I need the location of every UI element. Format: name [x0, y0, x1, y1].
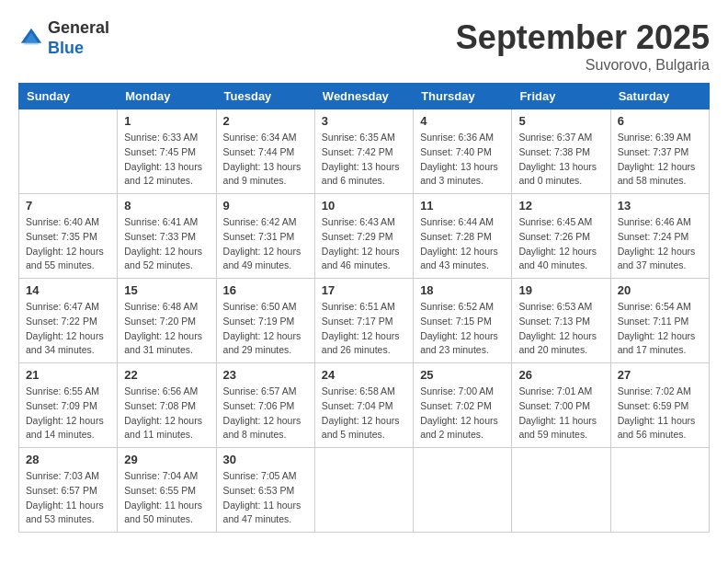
day-number: 5: [518, 114, 603, 128]
calendar-cell: 11Sunrise: 6:44 AMSunset: 7:28 PMDayligh…: [414, 194, 512, 279]
calendar-cell: 19Sunrise: 6:53 AMSunset: 7:13 PMDayligh…: [512, 279, 610, 363]
day-info: Sunrise: 6:36 AMSunset: 7:40 PMDaylight:…: [420, 131, 505, 189]
calendar-cell: 29Sunrise: 7:04 AMSunset: 6:55 PMDayligh…: [118, 448, 216, 533]
calendar-cell: 10Sunrise: 6:43 AMSunset: 7:29 PMDayligh…: [314, 194, 413, 279]
day-info: Sunrise: 6:53 AMSunset: 7:13 PMDaylight:…: [518, 300, 603, 358]
day-info: Sunrise: 7:02 AMSunset: 6:59 PMDaylight:…: [618, 385, 702, 442]
calendar-cell: 4Sunrise: 6:36 AMSunset: 7:40 PMDaylight…: [414, 109, 512, 194]
calendar-cell: 1Sunrise: 6:33 AMSunset: 7:45 PMDaylight…: [118, 109, 216, 194]
calendar-cell: [314, 448, 413, 533]
month-title: September 2025: [456, 18, 710, 57]
day-number: 23: [223, 368, 308, 382]
day-number: 25: [420, 368, 505, 382]
day-info: Sunrise: 6:52 AMSunset: 7:15 PMDaylight:…: [420, 300, 505, 358]
calendar-cell: [610, 448, 709, 533]
day-number: 9: [223, 199, 308, 213]
day-info: Sunrise: 7:03 AMSunset: 6:57 PMDaylight:…: [26, 469, 110, 527]
calendar-cell: 18Sunrise: 6:52 AMSunset: 7:15 PMDayligh…: [414, 279, 512, 363]
day-number: 11: [420, 199, 505, 213]
day-number: 12: [518, 199, 603, 213]
calendar-cell: 12Sunrise: 6:45 AMSunset: 7:26 PMDayligh…: [512, 194, 610, 279]
weekday-header-row: SundayMondayTuesdayWednesdayThursdayFrid…: [19, 84, 710, 109]
day-info: Sunrise: 6:34 AMSunset: 7:44 PMDaylight:…: [223, 131, 308, 189]
calendar-cell: 2Sunrise: 6:34 AMSunset: 7:44 PMDaylight…: [216, 109, 314, 194]
weekday-header-sunday: Sunday: [19, 84, 118, 109]
calendar-cell: 14Sunrise: 6:47 AMSunset: 7:22 PMDayligh…: [19, 279, 118, 363]
weekday-header-tuesday: Tuesday: [216, 84, 314, 109]
day-info: Sunrise: 6:50 AMSunset: 7:19 PMDaylight:…: [223, 300, 308, 358]
calendar-cell: 7Sunrise: 6:40 AMSunset: 7:35 PMDaylight…: [19, 194, 118, 279]
day-info: Sunrise: 6:48 AMSunset: 7:20 PMDaylight:…: [124, 300, 209, 358]
day-number: 17: [322, 283, 406, 297]
calendar-cell: 13Sunrise: 6:46 AMSunset: 7:24 PMDayligh…: [610, 194, 709, 279]
page-header: General Blue September 2025 Suvorovo, Bu…: [18, 18, 710, 74]
calendar-cell: 25Sunrise: 7:00 AMSunset: 7:02 PMDayligh…: [414, 363, 512, 448]
calendar-cell: 26Sunrise: 7:01 AMSunset: 7:00 PMDayligh…: [512, 363, 610, 448]
logo: General Blue: [18, 18, 109, 58]
week-row-4: 28Sunrise: 7:03 AMSunset: 6:57 PMDayligh…: [19, 448, 710, 533]
day-info: Sunrise: 6:58 AMSunset: 7:04 PMDaylight:…: [322, 385, 406, 442]
day-info: Sunrise: 6:46 AMSunset: 7:24 PMDaylight:…: [618, 215, 702, 273]
day-number: 27: [618, 368, 702, 382]
calendar-cell: 9Sunrise: 6:42 AMSunset: 7:31 PMDaylight…: [216, 194, 314, 279]
calendar-cell: 28Sunrise: 7:03 AMSunset: 6:57 PMDayligh…: [19, 448, 118, 533]
calendar-cell: 8Sunrise: 6:41 AMSunset: 7:33 PMDaylight…: [118, 194, 216, 279]
calendar-cell: 5Sunrise: 6:37 AMSunset: 7:38 PMDaylight…: [512, 109, 610, 194]
day-info: Sunrise: 6:40 AMSunset: 7:35 PMDaylight:…: [26, 215, 110, 273]
day-number: 8: [124, 199, 209, 213]
calendar-cell: 22Sunrise: 6:56 AMSunset: 7:08 PMDayligh…: [118, 363, 216, 448]
day-number: 28: [26, 453, 110, 466]
day-number: 13: [618, 199, 702, 213]
day-number: 24: [322, 368, 406, 382]
calendar-cell: 17Sunrise: 6:51 AMSunset: 7:17 PMDayligh…: [314, 279, 413, 363]
day-info: Sunrise: 7:00 AMSunset: 7:02 PMDaylight:…: [420, 385, 505, 442]
calendar-cell: 23Sunrise: 6:57 AMSunset: 7:06 PMDayligh…: [216, 363, 314, 448]
day-number: 30: [223, 453, 308, 466]
logo-text: General Blue: [48, 18, 109, 58]
week-row-3: 21Sunrise: 6:55 AMSunset: 7:09 PMDayligh…: [19, 363, 710, 448]
logo-general-text: General: [48, 18, 109, 39]
calendar-cell: 16Sunrise: 6:50 AMSunset: 7:19 PMDayligh…: [216, 279, 314, 363]
day-info: Sunrise: 6:43 AMSunset: 7:29 PMDaylight:…: [322, 215, 406, 273]
day-number: 6: [618, 114, 702, 128]
day-number: 1: [124, 114, 209, 128]
day-number: 22: [124, 368, 209, 382]
day-info: Sunrise: 6:33 AMSunset: 7:45 PMDaylight:…: [124, 131, 209, 189]
week-row-0: 1Sunrise: 6:33 AMSunset: 7:45 PMDaylight…: [19, 109, 710, 194]
day-info: Sunrise: 6:54 AMSunset: 7:11 PMDaylight:…: [618, 300, 702, 358]
calendar-cell: 3Sunrise: 6:35 AMSunset: 7:42 PMDaylight…: [314, 109, 413, 194]
day-number: 15: [124, 283, 209, 297]
day-number: 29: [124, 453, 209, 466]
week-row-1: 7Sunrise: 6:40 AMSunset: 7:35 PMDaylight…: [19, 194, 710, 279]
day-info: Sunrise: 6:41 AMSunset: 7:33 PMDaylight:…: [124, 215, 209, 273]
calendar-cell: 24Sunrise: 6:58 AMSunset: 7:04 PMDayligh…: [314, 363, 413, 448]
day-number: 21: [26, 368, 110, 382]
day-number: 16: [223, 283, 308, 297]
calendar-cell: 27Sunrise: 7:02 AMSunset: 6:59 PMDayligh…: [610, 363, 709, 448]
weekday-header-wednesday: Wednesday: [314, 84, 413, 109]
day-info: Sunrise: 6:39 AMSunset: 7:37 PMDaylight:…: [618, 131, 702, 189]
day-number: 20: [618, 283, 702, 297]
location: Suvorovo, Bulgaria: [456, 57, 710, 74]
week-row-2: 14Sunrise: 6:47 AMSunset: 7:22 PMDayligh…: [19, 279, 710, 363]
calendar-table: SundayMondayTuesdayWednesdayThursdayFrid…: [18, 83, 710, 533]
day-info: Sunrise: 6:35 AMSunset: 7:42 PMDaylight:…: [322, 131, 406, 189]
logo-icon: [18, 26, 44, 52]
day-number: 4: [420, 114, 505, 128]
weekday-header-monday: Monday: [118, 84, 216, 109]
title-section: September 2025 Suvorovo, Bulgaria: [456, 18, 710, 74]
calendar-cell: 21Sunrise: 6:55 AMSunset: 7:09 PMDayligh…: [19, 363, 118, 448]
day-number: 26: [518, 368, 603, 382]
calendar-cell: [414, 448, 512, 533]
day-number: 14: [26, 283, 110, 297]
weekday-header-friday: Friday: [512, 84, 610, 109]
weekday-header-thursday: Thursday: [414, 84, 512, 109]
day-number: 19: [518, 283, 603, 297]
day-info: Sunrise: 7:05 AMSunset: 6:53 PMDaylight:…: [223, 469, 308, 527]
calendar-cell: [19, 109, 118, 194]
day-number: 7: [26, 199, 110, 213]
weekday-header-saturday: Saturday: [610, 84, 709, 109]
logo-blue-text: Blue: [48, 39, 109, 59]
day-info: Sunrise: 6:47 AMSunset: 7:22 PMDaylight:…: [26, 300, 110, 358]
day-info: Sunrise: 6:44 AMSunset: 7:28 PMDaylight:…: [420, 215, 505, 273]
